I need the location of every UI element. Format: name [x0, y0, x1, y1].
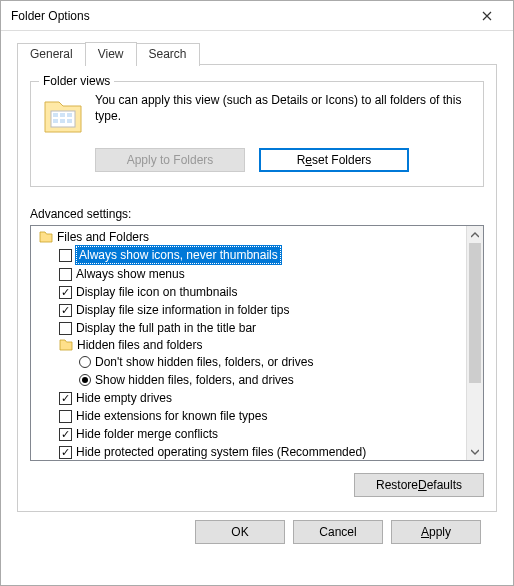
tree-check-item[interactable]: Always show icons, never thumbnails: [33, 245, 464, 265]
chevron-up-icon: [471, 232, 479, 238]
tab-strip: General View Search: [17, 41, 497, 64]
tree-subgroup[interactable]: Hidden files and folders: [33, 337, 464, 353]
tree-check-item[interactable]: Always show menus: [33, 265, 464, 283]
tree-item-label: Don't show hidden files, folders, or dri…: [95, 354, 313, 370]
svg-rect-2: [60, 113, 65, 117]
checkbox-icon[interactable]: [59, 428, 72, 441]
folder-views-label: Folder views: [39, 74, 114, 88]
checkbox-icon[interactable]: [59, 304, 72, 317]
advanced-settings-box: Files and FoldersAlways show icons, neve…: [30, 225, 484, 461]
ok-button[interactable]: OK: [195, 520, 285, 544]
tree-item-label: Hide folder merge conflicts: [76, 426, 218, 442]
tree-check-item[interactable]: Hide folder merge conflicts: [33, 425, 464, 443]
svg-rect-6: [67, 119, 72, 123]
close-icon: [482, 11, 492, 21]
checkbox-icon[interactable]: [59, 268, 72, 281]
tab-general[interactable]: General: [17, 43, 86, 66]
radio-icon[interactable]: [79, 374, 91, 386]
scroll-up-button[interactable]: [467, 226, 483, 243]
dialog-button-row: OK Cancel Apply: [17, 512, 497, 544]
checkbox-icon[interactable]: [59, 322, 72, 335]
folder-icon: [59, 339, 73, 351]
tree-item-label: Always show menus: [76, 266, 185, 282]
advanced-settings-label: Advanced settings:: [30, 207, 484, 221]
folder-views-description: You can apply this view (such as Details…: [95, 92, 473, 124]
tree-radio-item[interactable]: Show hidden files, folders, and drives: [33, 371, 464, 389]
window-title: Folder Options: [11, 9, 90, 23]
tab-panel-view: Folder views You can apply this view (su…: [17, 64, 497, 512]
tree-check-item[interactable]: Display file size information in folder …: [33, 301, 464, 319]
tree-item-label: Display file size information in folder …: [76, 302, 289, 318]
tree-group-files-and-folders[interactable]: Files and Folders: [33, 229, 464, 245]
tree-item-label: Display file icon on thumbnails: [76, 284, 237, 300]
tree-item-label: Hide extensions for known file types: [76, 408, 267, 424]
tab-search[interactable]: Search: [136, 43, 200, 66]
scrollbar-vertical[interactable]: [466, 226, 483, 460]
folder-icon: [39, 231, 53, 243]
tab-view[interactable]: View: [85, 42, 137, 65]
tree-check-item[interactable]: Hide protected operating system files (R…: [33, 443, 464, 460]
tree-item-label: Hide protected operating system files (R…: [76, 444, 366, 460]
apply-to-folders-button: Apply to Folders: [95, 148, 245, 172]
tree-check-item[interactable]: Display the full path in the title bar: [33, 319, 464, 337]
titlebar: Folder Options: [1, 1, 513, 31]
tree-item-label: Always show icons, never thumbnails: [76, 246, 281, 264]
tree-check-item[interactable]: Hide empty drives: [33, 389, 464, 407]
checkbox-icon[interactable]: [59, 392, 72, 405]
tree-item-label: Show hidden files, folders, and drives: [95, 372, 294, 388]
advanced-settings-tree[interactable]: Files and FoldersAlways show icons, neve…: [31, 226, 466, 460]
radio-icon[interactable]: [79, 356, 91, 368]
svg-rect-5: [60, 119, 65, 123]
close-button[interactable]: [467, 2, 507, 30]
tree-check-item[interactable]: Hide extensions for known file types: [33, 407, 464, 425]
folder-views-group: Folder views You can apply this view (su…: [30, 81, 484, 187]
checkbox-icon[interactable]: [59, 286, 72, 299]
svg-rect-3: [67, 113, 72, 117]
tree-check-item[interactable]: Display file icon on thumbnails: [33, 283, 464, 301]
folder-thumbnail-icon: [41, 94, 85, 138]
tree-group-label: Files and Folders: [57, 230, 149, 244]
scrollbar-thumb[interactable]: [469, 243, 481, 383]
tree-radio-item[interactable]: Don't show hidden files, folders, or dri…: [33, 353, 464, 371]
reset-folders-button[interactable]: Reset Folders: [259, 148, 409, 172]
svg-rect-4: [53, 119, 58, 123]
apply-button[interactable]: Apply: [391, 520, 481, 544]
restore-defaults-button[interactable]: Restore Defaults: [354, 473, 484, 497]
cancel-button[interactable]: Cancel: [293, 520, 383, 544]
checkbox-icon[interactable]: [59, 249, 72, 262]
chevron-down-icon: [471, 449, 479, 455]
scrollbar-track[interactable]: [467, 243, 483, 443]
svg-rect-1: [53, 113, 58, 117]
tree-subgroup-label: Hidden files and folders: [77, 338, 202, 352]
tree-item-label: Display the full path in the title bar: [76, 320, 256, 336]
scroll-down-button[interactable]: [467, 443, 483, 460]
tree-item-label: Hide empty drives: [76, 390, 172, 406]
checkbox-icon[interactable]: [59, 410, 72, 423]
checkbox-icon[interactable]: [59, 446, 72, 459]
